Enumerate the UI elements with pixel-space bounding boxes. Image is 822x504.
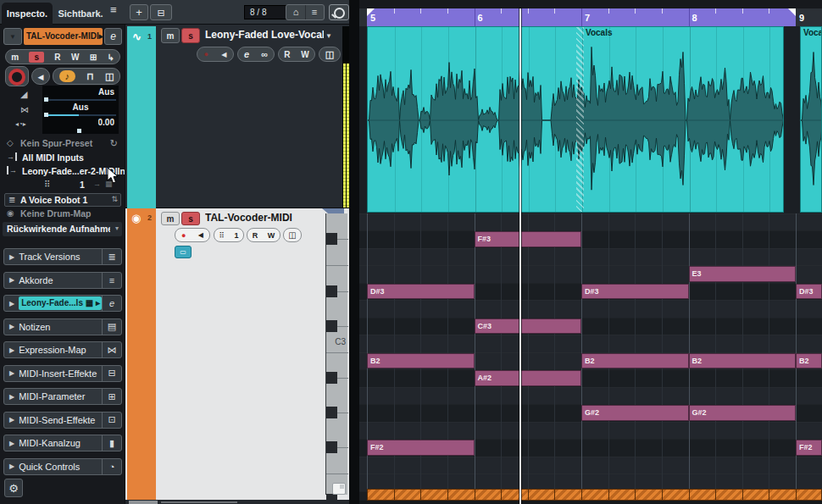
sliced-audio-event[interactable]: [554, 489, 582, 501]
midi-output-row[interactable]: → Leony-Fade...er-2-MIDIIn: [0, 166, 125, 178]
midi-note-b2[interactable]: B2: [581, 353, 689, 369]
cycle-end-handle[interactable]: [788, 8, 796, 16]
read-automation-button[interactable]: R: [54, 53, 60, 62]
record-enable-button[interactable]: [5, 66, 29, 86]
midi-note-gs2[interactable]: G#2: [581, 405, 689, 421]
midi-note-fs2[interactable]: F#2: [367, 440, 475, 456]
track2-color-strip[interactable]: ◉ 2: [127, 208, 156, 500]
playhead[interactable]: [519, 8, 521, 504]
sliced-audio-event[interactable]: [742, 489, 770, 501]
home-icon[interactable]: ⌂: [286, 5, 306, 19]
track2-quantize-grid-icon[interactable]: ⠿: [219, 231, 225, 240]
audio-event[interactable]: Vocals: [367, 26, 784, 213]
track2-header[interactable]: ◉ 2 m s TAL-Vocoder-MIDI ● ◀ ⠿ 1 R W ◫ ▭…: [125, 208, 349, 500]
track1-name[interactable]: Leony-Faded Love-Vocals: [205, 29, 324, 41]
midi-note-e3[interactable]: E3: [689, 266, 797, 282]
grid-icon[interactable]: ⊞: [90, 53, 97, 62]
section-expand-icon[interactable]: ▶: [9, 369, 14, 377]
autofade-icon[interactable]: ↳: [107, 53, 114, 62]
track1-name-dropdown-icon[interactable]: ▼: [325, 32, 332, 40]
sliced-audio-event[interactable]: [528, 489, 556, 501]
track1-mute-button[interactable]: m: [161, 28, 180, 43]
inspector-section-midi-parameter[interactable]: ▶MIDI-Parameter⊞: [3, 388, 122, 405]
editor-page-icon[interactable]: [332, 483, 346, 495]
tab-inspector[interactable]: Inspecto.: [2, 3, 53, 25]
track-preset-row[interactable]: ◇ Kein Spur-Preset ↻: [0, 138, 125, 150]
retrospective-record-dropdown[interactable]: Rückwirkende Aufnahme ▾: [3, 222, 122, 236]
midi-note-b2[interactable]: B2: [689, 353, 797, 369]
midi-note-gs2[interactable]: G#2: [689, 405, 797, 421]
midi-input-row[interactable]: → All MIDI Inputs: [0, 152, 125, 164]
midi-note-fs2[interactable]: F#2: [796, 440, 822, 456]
track1-solo-button[interactable]: s: [181, 28, 200, 43]
sliced-audio-event[interactable]: [689, 489, 717, 501]
inspector-section-expression-map[interactable]: ▶Expression-Map⋈: [3, 341, 122, 358]
track1-link-icon[interactable]: ∞: [261, 49, 268, 59]
track2-record-icon[interactable]: ●: [181, 231, 186, 240]
black-key-A#2[interactable]: [326, 372, 337, 384]
section-expand-icon[interactable]: ▶: [9, 440, 14, 447]
midi-note-ds3[interactable]: D#3: [367, 284, 475, 300]
track1-edit-button[interactable]: e: [244, 49, 249, 59]
sidebar-menu-icon[interactable]: ≡: [110, 3, 117, 16]
list-icon[interactable]: ≡: [305, 5, 324, 19]
track3-header-partial[interactable]: [125, 500, 349, 504]
sliced-audio-event[interactable]: [447, 489, 475, 501]
section-expand-icon[interactable]: ▶: [9, 346, 14, 354]
monitor-button[interactable]: ◀: [31, 68, 50, 85]
sliced-audio-event[interactable]: [501, 489, 529, 501]
write-automation-button[interactable]: W: [71, 53, 79, 62]
audio-event[interactable]: Vocals: [800, 26, 822, 213]
black-key-D#3[interactable]: [326, 285, 337, 297]
midi-note-cs3[interactable]: C#3: [475, 318, 582, 335]
track1-header[interactable]: ∿ 1 m s Leony-Faded Love-Vocals ▼ ● ◀ e …: [125, 25, 349, 208]
edit-channel-button[interactable]: e: [104, 28, 122, 45]
inspector-section-notizen[interactable]: ▶Notizen▤: [3, 318, 122, 335]
piano-roll-grid[interactable]: F#3E3D#3D#3D#3C#3B2B2B2B2A#2G#2G#2F#2F#2: [359, 213, 822, 501]
solo-button[interactable]: s: [29, 52, 44, 63]
inspector-settings-button[interactable]: ⚙: [4, 479, 23, 497]
track2-solo-button[interactable]: s: [181, 212, 200, 225]
track2-mute-button[interactable]: m: [161, 212, 180, 225]
inspector-section-akkorde[interactable]: ▶Akkorde≡: [3, 272, 122, 289]
black-key-F#3[interactable]: [326, 233, 337, 245]
section-expand-icon[interactable]: ▶: [9, 323, 14, 330]
spinner-icon[interactable]: ⇅: [111, 195, 118, 203]
track1-color-strip[interactable]: ∿ 1: [127, 26, 156, 208]
inspector-section-leony-fade-ls[interactable]: ▶Leony-Fade...ls ▦ ▸e: [3, 295, 122, 312]
track2-name[interactable]: TAL-Vocoder-MIDI: [205, 212, 319, 224]
track-presets-button[interactable]: ⊟: [150, 4, 172, 20]
midi-note-as2[interactable]: A#2: [475, 370, 582, 386]
inplace-editor-button[interactable]: ▭: [175, 246, 192, 258]
black-key-F#2[interactable]: [326, 441, 337, 453]
track2-channel-strip-icon[interactable]: ◫: [288, 230, 296, 240]
tab-visibility[interactable]: Sichtbark.: [54, 3, 107, 25]
lock-icon[interactable]: ⊓: [86, 71, 94, 82]
panel-divider[interactable]: [349, 0, 359, 504]
section-expand-icon[interactable]: ▶: [9, 253, 14, 261]
midi-note-ds3[interactable]: D#3: [581, 284, 689, 300]
sliced-audio-event[interactable]: [715, 489, 743, 501]
zoom-button[interactable]: [329, 4, 349, 20]
sliced-audio-event[interactable]: [367, 489, 395, 501]
track1-channel-strip-icon[interactable]: ◫: [325, 49, 334, 60]
track1-write-button[interactable]: W: [301, 50, 308, 59]
track2-read-button[interactable]: R: [253, 231, 258, 240]
volume-handle[interactable]: [44, 97, 48, 102]
midi-note-fs3[interactable]: F#3: [475, 231, 582, 247]
section-expand-icon[interactable]: ▶: [9, 393, 14, 401]
track1-monitor-icon[interactable]: ◀: [221, 51, 226, 58]
sliced-audio-event[interactable]: [420, 489, 448, 501]
black-key-G#2[interactable]: [326, 407, 337, 418]
sliced-audio-event[interactable]: [662, 489, 690, 501]
timeline-ruler[interactable]: 56789: [359, 8, 822, 26]
track2-write-button[interactable]: W: [268, 231, 275, 240]
mute-button[interactable]: m: [11, 53, 19, 62]
midi-channel-row[interactable]: ⠿ 1 → ▦: [0, 180, 125, 192]
selected-part-chip[interactable]: Leony-Fade...ls ▦ ▸: [19, 296, 102, 310]
midi-note-b2[interactable]: B2: [796, 353, 822, 369]
inspector-section-midi-send-effekte[interactable]: ▶MIDI-Send-Effekte⊡: [3, 412, 122, 429]
section-expand-icon[interactable]: ▶: [9, 276, 14, 284]
volume-slider[interactable]: [44, 99, 116, 101]
pan-handle[interactable]: [44, 113, 48, 117]
